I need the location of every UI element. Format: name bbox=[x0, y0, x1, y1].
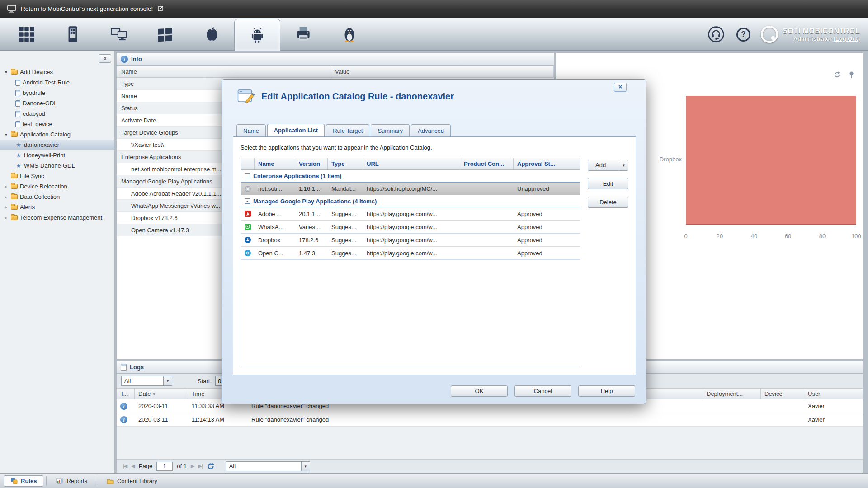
star-icon: ★ bbox=[15, 162, 22, 169]
mobicontrol-console: Return to MobiControl's next generation … bbox=[0, 0, 868, 488]
last-page-button[interactable]: ▶| bbox=[198, 463, 202, 469]
expand-arrow-icon[interactable]: ▸ bbox=[4, 205, 9, 210]
column-header-device[interactable]: Device bbox=[761, 389, 804, 399]
refresh-icon[interactable] bbox=[207, 462, 215, 470]
column-header-product-configuration[interactable]: Product Con... bbox=[460, 158, 514, 169]
folder-icon bbox=[11, 70, 18, 75]
help-button[interactable]: Help bbox=[578, 385, 635, 397]
sidebar-item-telecom-expense-management[interactable]: ▸Telecom Expense Management bbox=[0, 212, 114, 223]
platform-tab-windows-desktop[interactable] bbox=[96, 19, 142, 49]
tab-reports[interactable]: Reports bbox=[49, 475, 94, 487]
platform-tab-all[interactable] bbox=[4, 19, 50, 49]
delete-button[interactable]: Delete bbox=[588, 197, 628, 208]
page-number-input[interactable] bbox=[156, 462, 173, 471]
column-header-user[interactable]: User bbox=[804, 389, 863, 399]
rule-icon bbox=[15, 111, 20, 117]
sidebar-item-danonexavier[interactable]: ★danonexavier bbox=[0, 140, 114, 150]
column-header-value[interactable]: Value bbox=[330, 66, 554, 77]
column-header-date[interactable]: Date▾ bbox=[135, 389, 188, 399]
tab-application-list[interactable]: Application List bbox=[267, 124, 325, 136]
sidebar-item-label: edabyod bbox=[23, 110, 45, 117]
group-enterprise-applications[interactable]: - Enterprise Applications (1 Item) bbox=[241, 170, 580, 182]
sidebar-item-danone-gdl[interactable]: Danone-GDL bbox=[0, 98, 114, 108]
column-header-deployment[interactable]: Deployment... bbox=[703, 389, 761, 399]
rule-icon bbox=[15, 90, 20, 96]
logout-link[interactable]: (Log Out) bbox=[834, 35, 860, 42]
prev-page-button[interactable]: ◀ bbox=[131, 463, 134, 469]
sidebar-item-honeywell-print[interactable]: ★Honeywell-Print bbox=[0, 150, 114, 160]
tab-name[interactable]: Name bbox=[236, 124, 266, 136]
column-header-name[interactable]: Name bbox=[255, 158, 295, 169]
sidebar-item-application-catalog[interactable]: ▾Application Catalog bbox=[0, 129, 114, 140]
platform-tab-windows-mobile[interactable] bbox=[50, 19, 96, 49]
expand-arrow-icon[interactable]: ▸ bbox=[4, 215, 9, 220]
edit-button[interactable]: Edit bbox=[588, 178, 628, 189]
x-tick-label: 80 bbox=[813, 233, 831, 239]
help-icon: ? bbox=[736, 28, 750, 42]
platform-tab-apple[interactable] bbox=[188, 19, 234, 49]
refresh-icon[interactable] bbox=[832, 70, 841, 79]
collapse-group-icon[interactable]: - bbox=[245, 173, 250, 178]
cancel-button[interactable]: Cancel bbox=[514, 385, 571, 397]
sidebar-item-device-relocation[interactable]: ▸Device Relocation bbox=[0, 181, 114, 192]
column-header-type[interactable]: T... bbox=[117, 389, 135, 399]
return-to-console-link[interactable]: Return to MobiControl's next generation … bbox=[21, 5, 153, 12]
folder-icon bbox=[11, 184, 18, 189]
app-row-adobe[interactable]: Adobe ... 20.1.1... Sugges... https://pl… bbox=[241, 207, 580, 221]
app-approval-status: Unapproved bbox=[514, 185, 580, 192]
tab-rules[interactable]: Rules bbox=[4, 475, 43, 487]
chart-bar-dropbox[interactable] bbox=[686, 96, 856, 225]
sidebar-item-file-sync[interactable]: File Sync bbox=[0, 171, 114, 181]
sidebar-item-add-devices[interactable]: ▾Add Devices bbox=[0, 67, 114, 77]
tab-rule-target[interactable]: Rule Target bbox=[326, 124, 369, 136]
next-page-button[interactable]: ▶ bbox=[191, 463, 194, 469]
app-row-dropbox[interactable]: Dropbox 178.2.6 Sugges... https://play.g… bbox=[241, 234, 580, 247]
close-button[interactable]: × bbox=[614, 83, 627, 92]
column-header-url[interactable]: URL bbox=[363, 158, 460, 169]
column-header-name[interactable]: Name bbox=[117, 66, 330, 77]
tab-content-library[interactable]: Content Library bbox=[100, 475, 164, 487]
sidebar-item-edabyod[interactable]: edabyod bbox=[0, 108, 114, 119]
group-managed-google-play-applications[interactable]: - Managed Google Play Applications (4 It… bbox=[241, 195, 580, 207]
expand-arrow-icon[interactable]: ▾ bbox=[4, 70, 9, 75]
sidebar-item-byodrule[interactable]: byodrule bbox=[0, 88, 114, 98]
add-button[interactable]: Add ▾ bbox=[588, 160, 628, 171]
chevron-down-icon[interactable]: ▾ bbox=[619, 160, 628, 170]
sidebar-item-android-test-rule[interactable]: Android-Test-Rule bbox=[0, 77, 114, 88]
log-row[interactable]: i 2020-03-11 11:14:13 AM Rule "danonexav… bbox=[117, 413, 863, 427]
sort-desc-icon: ▾ bbox=[153, 392, 155, 396]
sidebar-item-test-device[interactable]: test_device bbox=[0, 119, 114, 129]
sidebar-item-alerts[interactable]: ▸Alerts bbox=[0, 202, 114, 212]
collapse-group-icon[interactable]: - bbox=[245, 198, 250, 204]
sidebar-item-wms-danone-gdl[interactable]: ★WMS-Danone-GDL bbox=[0, 160, 114, 171]
sidebar-item-label: Application Catalog bbox=[20, 131, 71, 138]
app-approval-status: Approved bbox=[514, 250, 580, 257]
external-link-icon[interactable] bbox=[157, 6, 163, 12]
platform-tab-printer[interactable] bbox=[280, 19, 326, 49]
sidebar-item-data-collection[interactable]: ▸Data Collection bbox=[0, 192, 114, 202]
help-button[interactable]: ? bbox=[734, 25, 753, 44]
page-size-dropdown[interactable]: All ▾ bbox=[226, 461, 310, 471]
tab-summary[interactable]: Summary bbox=[371, 124, 410, 136]
platform-tab-windows[interactable] bbox=[142, 19, 188, 49]
expand-arrow-icon[interactable]: ▾ bbox=[4, 132, 9, 137]
tab-advanced[interactable]: Advanced bbox=[411, 124, 451, 136]
expand-arrow-icon[interactable]: ▸ bbox=[4, 184, 9, 189]
log-type-filter-dropdown[interactable]: All ▾ bbox=[121, 376, 172, 386]
column-header-version[interactable]: Version bbox=[295, 158, 328, 169]
platform-tab-linux[interactable] bbox=[326, 19, 373, 49]
platform-tab-android[interactable] bbox=[234, 19, 280, 51]
app-row-open-camera[interactable]: Open C... 1.47.3 Sugges... https://play.… bbox=[241, 247, 580, 260]
x-tick-label: 40 bbox=[745, 233, 763, 239]
first-page-button[interactable]: |◀ bbox=[123, 463, 127, 469]
support-button[interactable] bbox=[707, 25, 726, 44]
app-name: Open C... bbox=[255, 250, 295, 257]
app-row-net-soti[interactable]: net.soti... 1.16.1... Mandat... https://… bbox=[241, 182, 580, 195]
collapse-sidebar-button[interactable]: « bbox=[99, 54, 111, 63]
app-row-whatsapp[interactable]: WhatsA... Varies ... Sugges... https://p… bbox=[241, 221, 580, 234]
ok-button[interactable]: OK bbox=[451, 385, 508, 397]
expand-arrow-icon[interactable]: ▸ bbox=[4, 194, 9, 199]
column-header-approval-status[interactable]: Approval St... bbox=[514, 158, 580, 169]
column-header-type[interactable]: Type bbox=[328, 158, 363, 169]
pin-icon[interactable] bbox=[847, 70, 856, 79]
